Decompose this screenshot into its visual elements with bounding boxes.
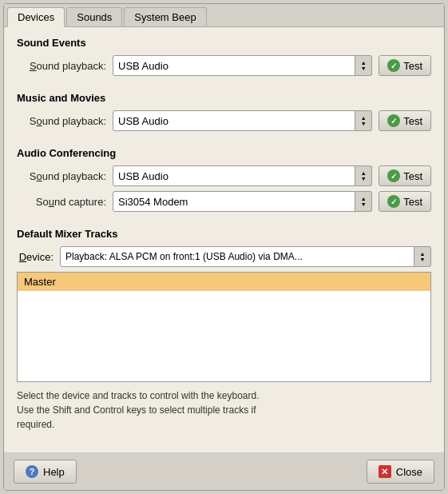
section-music-movies: Music and Movies Sound playback: USB Aud…: [17, 92, 431, 136]
mixer-tracks-list[interactable]: Master: [17, 272, 431, 382]
mixer-tracks-title: Default Mixer Tracks: [17, 228, 431, 240]
audio-conf-capture-test-button[interactable]: ✓ Test: [379, 191, 431, 212]
check-icon-2: ✓: [387, 114, 400, 127]
main-window: Devices Sounds System Beep Sound Events …: [3, 3, 445, 491]
tab-devices[interactable]: Devices: [7, 7, 65, 27]
music-movies-select-wrapper: USB Audio: [113, 110, 372, 131]
audio-conf-capture-select-wrapper: Si3054 Modem: [113, 191, 372, 212]
music-movies-row: Sound playback: USB Audio ✓ Test: [17, 110, 431, 131]
music-movies-test-button[interactable]: ✓ Test: [379, 110, 431, 131]
audio-conf-capture-row: Sound capture: Si3054 Modem ✓ Test: [17, 191, 431, 212]
section-sound-events: Sound Events Sound playback: USB Audio ✓…: [17, 37, 431, 81]
check-icon-1: ✓: [387, 59, 400, 72]
sound-events-playback-select[interactable]: USB Audio: [113, 55, 372, 76]
sound-events-title: Sound Events: [17, 37, 431, 49]
help-icon: ?: [26, 465, 38, 478]
footer: ? Help ✕ Close: [4, 452, 444, 490]
mixer-device-select-wrapper: Playback: ALSA PCM on front:1 (USB Audio…: [60, 246, 431, 267]
check-icon-4: ✓: [387, 195, 400, 208]
close-icon: ✕: [379, 465, 391, 478]
check-icon-3: ✓: [387, 169, 400, 182]
tab-sounds[interactable]: Sounds: [66, 7, 122, 26]
audio-conf-capture-label: Sound capture:: [17, 196, 113, 208]
sound-events-test-button[interactable]: ✓ Test: [379, 55, 431, 76]
audio-conf-playback-label: Sound playback:: [17, 170, 113, 182]
audio-conf-capture-select[interactable]: Si3054 Modem: [113, 191, 372, 212]
section-mixer-tracks: Default Mixer Tracks Device: Playback: A…: [17, 228, 431, 432]
section-audio-conf: Audio Conferencing Sound playback: USB A…: [17, 147, 431, 217]
mixer-hint-text: Select the device and tracks to control …: [17, 388, 431, 432]
sound-events-row: Sound playback: USB Audio ✓ Test: [17, 55, 431, 76]
tab-bar: Devices Sounds System Beep: [4, 4, 444, 27]
mixer-device-label: Device:: [17, 251, 60, 263]
music-movies-title: Music and Movies: [17, 92, 431, 104]
mixer-device-select[interactable]: Playback: ALSA PCM on front:1 (USB Audio…: [60, 246, 431, 267]
help-button[interactable]: ? Help: [14, 460, 77, 484]
music-movies-playback-select[interactable]: USB Audio: [113, 110, 372, 131]
tab-content: Sound Events Sound playback: USB Audio ✓…: [4, 27, 444, 452]
audio-conf-playback-row: Sound playback: USB Audio ✓ Test: [17, 165, 431, 186]
sound-events-playback-label: Sound playback:: [17, 60, 113, 72]
mixer-device-row: Device: Playback: ALSA PCM on front:1 (U…: [17, 246, 431, 267]
audio-conf-title: Audio Conferencing: [17, 147, 431, 159]
audio-conf-playback-select-wrapper: USB Audio: [113, 165, 372, 186]
music-movies-playback-label: Sound playback:: [17, 115, 113, 127]
sound-events-select-wrapper: USB Audio: [113, 55, 372, 76]
tab-system-beep[interactable]: System Beep: [124, 7, 206, 26]
audio-conf-playback-select[interactable]: USB Audio: [113, 165, 372, 186]
mixer-track-master[interactable]: Master: [18, 273, 430, 291]
audio-conf-playback-test-button[interactable]: ✓ Test: [379, 165, 431, 186]
close-button[interactable]: ✕ Close: [367, 460, 434, 484]
